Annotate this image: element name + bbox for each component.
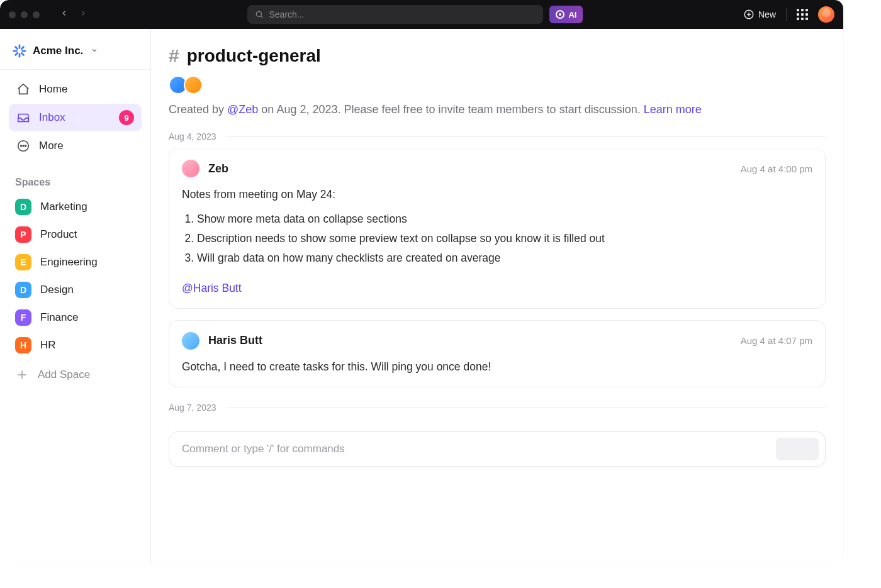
member-avatar — [184, 75, 203, 94]
svg-point-15 — [23, 145, 24, 147]
forward-button[interactable] — [79, 9, 87, 20]
space-badge: H — [15, 337, 31, 353]
inbox-badge: 9 — [119, 110, 134, 125]
svg-point-16 — [25, 145, 26, 147]
titlebar: Search... AI New — [0, 0, 843, 29]
nav-more[interactable]: More — [9, 133, 142, 159]
svg-line-12 — [21, 47, 23, 48]
more-icon — [16, 139, 30, 153]
date-label: Aug 7, 2023 — [169, 402, 216, 413]
apps-button[interactable] — [797, 9, 808, 20]
workspace-switcher[interactable]: Acme Inc. — [0, 34, 150, 70]
space-badge: D — [15, 199, 31, 215]
workspace-name: Acme Inc. — [33, 45, 83, 57]
space-finance[interactable]: F Finance — [0, 304, 150, 331]
nav-inbox-label: Inbox — [39, 111, 65, 124]
profile-avatar[interactable] — [818, 6, 834, 23]
user-mention[interactable]: @Haris Butt — [182, 280, 242, 297]
author-avatar — [182, 160, 199, 177]
space-label: Design — [40, 284, 74, 296]
channel-header: # product-general Created by @Zeb on Aug… — [151, 29, 843, 116]
minimize-dot[interactable] — [21, 11, 28, 18]
divider — [786, 8, 787, 21]
message-text: Gotcha, I need to create tasks for this.… — [182, 358, 812, 375]
ai-label: AI — [568, 10, 576, 19]
space-label: HR — [40, 339, 56, 352]
comment-input[interactable] — [182, 443, 776, 455]
home-icon — [16, 82, 30, 96]
workspace-logo-icon — [13, 44, 26, 58]
svg-line-1 — [261, 16, 263, 18]
date-divider: Aug 4, 2023 — [169, 131, 826, 141]
ai-icon — [556, 10, 564, 19]
message-text: Notes from meeting on May 24: — [182, 186, 812, 203]
space-engineering[interactable]: E Engineering — [0, 248, 150, 276]
nav-inbox[interactable]: Inbox 9 — [9, 104, 142, 131]
nav-home-label: Home — [39, 83, 67, 96]
channel-name: product-general — [187, 46, 321, 66]
list-item: Description needs to show some preview t… — [197, 229, 812, 248]
spaces-heading: Spaces — [0, 165, 150, 193]
svg-point-0 — [257, 11, 262, 16]
space-badge: D — [15, 282, 31, 298]
space-design[interactable]: D Design — [0, 276, 150, 304]
nav-home[interactable]: Home — [9, 76, 142, 103]
inbox-icon — [16, 111, 30, 125]
comment-composer[interactable] — [169, 431, 826, 467]
space-label: Marketing — [40, 201, 87, 213]
new-button[interactable]: New — [743, 9, 776, 20]
space-badge: P — [15, 226, 31, 243]
search-placeholder: Search... — [269, 9, 304, 19]
hash-icon: # — [169, 45, 179, 67]
add-space-button[interactable]: Add Space — [0, 359, 150, 391]
new-label: New — [758, 9, 776, 19]
zoom-dot[interactable] — [33, 11, 40, 18]
creator-mention[interactable]: @Zeb — [227, 103, 258, 116]
list-item: Show more meta data on collapse sections — [197, 209, 812, 229]
svg-line-9 — [15, 47, 17, 48]
message-timestamp: Aug 4 at 4:00 pm — [741, 164, 812, 174]
main-content: # product-general Created by @Zeb on Aug… — [151, 29, 843, 563]
space-badge: E — [15, 254, 31, 270]
nav-more-label: More — [39, 140, 64, 152]
space-hr[interactable]: H HR — [0, 331, 150, 359]
window-controls — [9, 11, 40, 18]
app-window: Search... AI New — [0, 0, 843, 563]
space-label: Product — [40, 228, 77, 241]
chevron-down-icon — [91, 47, 98, 56]
close-dot[interactable] — [9, 11, 16, 18]
channel-description: Created by @Zeb on Aug 2, 2023. Please f… — [169, 103, 826, 116]
message-card[interactable]: Zeb Aug 4 at 4:00 pm Notes from meeting … — [169, 148, 826, 309]
message-card[interactable]: Haris Butt Aug 4 at 4:07 pm Gotcha, I ne… — [169, 320, 826, 387]
add-space-label: Add Space — [38, 369, 90, 381]
member-avatars[interactable] — [169, 75, 826, 94]
history-nav — [60, 9, 87, 20]
list-item: Will grab data on how many checklists ar… — [197, 248, 812, 268]
ai-button[interactable]: AI — [549, 6, 583, 23]
space-badge: F — [15, 309, 31, 326]
svg-line-10 — [21, 53, 23, 55]
sidebar: Acme Inc. Home Inbox 9 — [0, 29, 151, 563]
svg-line-11 — [15, 53, 17, 55]
global-search[interactable]: Search... — [247, 5, 543, 24]
plus-icon — [15, 368, 29, 382]
message-list: Show more meta data on collapse sections… — [197, 209, 812, 268]
date-divider: Aug 7, 2023 — [169, 402, 826, 413]
search-icon — [255, 10, 264, 19]
date-label: Aug 4, 2023 — [169, 131, 216, 141]
space-product[interactable]: P Product — [0, 221, 150, 248]
space-label: Engineering — [40, 256, 98, 269]
author-name: Zeb — [208, 162, 228, 175]
back-button[interactable] — [60, 9, 69, 20]
author-avatar — [182, 332, 199, 350]
space-marketing[interactable]: D Marketing — [0, 193, 150, 221]
svg-point-14 — [20, 145, 21, 147]
message-timestamp: Aug 4 at 4:07 pm — [741, 335, 812, 346]
plus-circle-icon — [743, 9, 755, 20]
send-button[interactable] — [776, 438, 819, 460]
learn-more-link[interactable]: Learn more — [644, 103, 702, 116]
author-name: Haris Butt — [208, 334, 262, 347]
space-label: Finance — [40, 311, 78, 324]
